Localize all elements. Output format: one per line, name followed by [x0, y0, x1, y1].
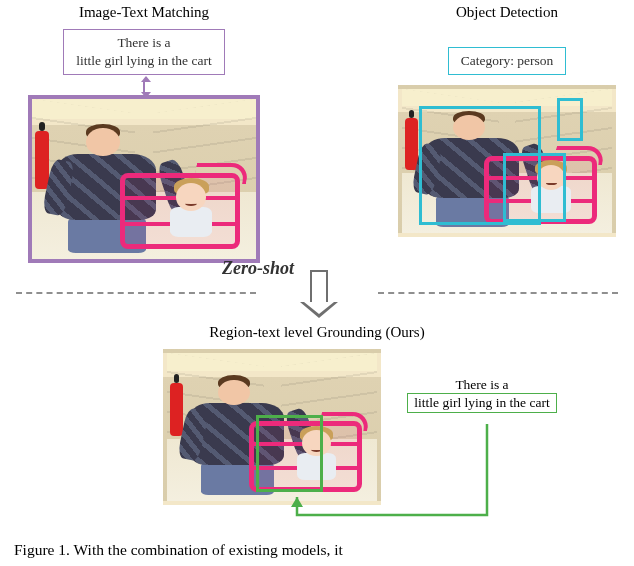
panel-title-od: Object Detection [456, 4, 558, 21]
bottom-section: Region-text level Grounding (Ours) [0, 320, 634, 505]
itm-caption-line1: There is a [76, 34, 211, 52]
bbox-person-bg [557, 98, 582, 141]
panel-title-ours: Region-text level Grounding (Ours) [209, 324, 424, 341]
top-section: Image-Text Matching There is a little gi… [0, 0, 634, 263]
panel-title-itm: Image-Text Matching [79, 4, 209, 21]
od-scene-image [398, 85, 616, 237]
itm-caption-line2: little girl lying in the cart [76, 52, 211, 70]
person-child [162, 179, 220, 240]
extinguisher-icon [170, 383, 183, 436]
extinguisher-icon [35, 131, 48, 189]
itm-scene-image [28, 95, 260, 263]
bbox-person-child [503, 153, 566, 222]
callout-line1: There is a [455, 377, 508, 393]
zero-shot-label: Zero-shot [222, 258, 294, 279]
od-category-label: Category: person [461, 53, 554, 68]
grounding-callout: There is a little girl lying in the cart [407, 377, 556, 413]
double-arrow-icon [143, 81, 145, 93]
image-text-matching-panel: Image-Text Matching There is a little gi… [28, 4, 260, 263]
bottom-row: There is a little girl lying in the cart [77, 349, 556, 505]
object-detection-panel: Object Detection Category: person [398, 4, 616, 263]
figure-caption-text: With the combination of existing models,… [74, 541, 343, 558]
down-arrow-icon [290, 270, 348, 316]
figure-caption: Figure 1. With the combination of existi… [14, 541, 620, 560]
extinguisher-icon [405, 118, 418, 170]
bbox-grounding [256, 415, 323, 492]
figure-caption-prefix: Figure 1. [14, 541, 74, 558]
od-category-box: Category: person [448, 47, 567, 75]
itm-caption-box: There is a little girl lying in the cart [63, 29, 224, 75]
ours-scene-image [163, 349, 381, 505]
callout-line2: little girl lying in the cart [407, 393, 556, 413]
